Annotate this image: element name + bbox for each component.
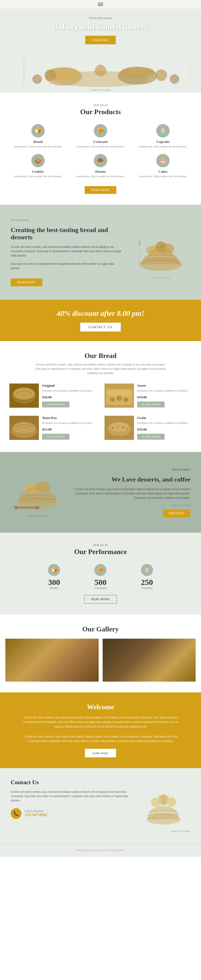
stat-cupcake-number: 250	[141, 578, 153, 586]
bread-img-yeastfree	[9, 416, 39, 440]
contact-us-button[interactable]: CONTACT US	[80, 323, 121, 332]
svg-point-32	[111, 427, 114, 429]
about-text: about company Creating the best-tasting …	[11, 218, 123, 286]
product-name-cupcake: Cupcake	[157, 140, 169, 144]
contact-section: Contact Us Ut enim ad minim veniam, quis…	[0, 768, 201, 843]
love-image-credit: Image from freepik	[27, 515, 47, 517]
bread-desc-sweet: Excepteur sint occaecat cupidatat non pr…	[137, 389, 192, 393]
bread-card-grain: Grain Excepteur sint occaecat cupidatat …	[103, 414, 193, 441]
product-item-croissant: 🥐 Croissant Sample text. Click to select…	[72, 124, 129, 148]
hero-image-credit: Image from freepik	[90, 89, 111, 91]
call-info: Call Us Anytime 124-567-8902	[25, 810, 47, 817]
products-section: what we do Our Products 🍞 Bread Sample t…	[0, 93, 201, 205]
svg-point-7	[32, 75, 42, 84]
product-name-bread: Bread	[33, 140, 43, 144]
discount-banner: 40% discount after 8.00 pm! CONTACT US	[0, 300, 201, 341]
product-desc-bread: Sample text. Click to select the Text El…	[14, 145, 62, 148]
cakes-icon: 🎂	[156, 154, 169, 167]
stat-croissant-number: 500	[94, 578, 106, 586]
about-section: about company Creating the best-tasting …	[0, 205, 201, 300]
stat-cupcake-icon: 🧁	[141, 564, 153, 576]
product-desc-croissant: Sample text. Click to select the Text El…	[76, 145, 125, 148]
bread-btn-original[interactable]: LEARN MORE	[42, 401, 70, 407]
stat-bread-label: Bread	[50, 586, 58, 590]
bread-info-grain: Grain Excepteur sint occaecat cupidatat …	[137, 416, 192, 440]
cookies-icon: 🍪	[32, 154, 45, 167]
svg-point-23	[111, 398, 115, 402]
product-name-cookies: Cookies	[32, 169, 44, 174]
bread-name-sweet: Sweet	[137, 383, 192, 388]
contact-image-credit: Image from freepik	[170, 830, 190, 832]
bread-price-original: $18.00	[42, 395, 97, 399]
bread-grid: Original Excepteur sint occaecat cupidat…	[8, 382, 193, 441]
bread-icon: 🍞	[32, 124, 45, 137]
products-section-title: Our Products	[5, 108, 196, 116]
welcome-body-1: Ut enim ad minim veniam, quis nostrud ex…	[23, 715, 178, 729]
bread-desc-original: Excepteur sint occaecat cupidatat non pr…	[42, 389, 97, 393]
stat-croissant: 🥐 500 Croissant	[80, 564, 121, 590]
about-read-more-button[interactable]: Read More	[11, 278, 42, 286]
bread-card-yeastfree: Yeast-free Excepteur sint occaecat cupid…	[8, 414, 98, 441]
hamburger-menu[interactable]	[98, 3, 103, 6]
about-image-credit: Image from freepik	[150, 276, 171, 279]
bread-name-yeastfree: Yeast-free	[42, 416, 97, 420]
svg-rect-22	[107, 390, 131, 396]
bread-name-grain: Grain	[137, 416, 192, 420]
discount-title: 40% discount after 8.00 pm!	[5, 309, 196, 318]
bread-btn-grain[interactable]: LEARN MORE	[137, 434, 165, 440]
svg-point-40	[14, 506, 18, 509]
hero-section: Homemade recipes Bakery and Confectioner…	[0, 9, 201, 93]
svg-point-35	[127, 428, 128, 430]
svg-point-19	[13, 388, 35, 399]
performance-read-more-button[interactable]: Read More	[84, 595, 117, 604]
svg-point-6	[155, 69, 167, 81]
bread-btn-yeastfree[interactable]: LEARN MORE	[42, 434, 70, 440]
cupcake-icon: 🧁	[156, 124, 169, 137]
svg-point-41	[36, 506, 40, 509]
product-name-croissant: Croissant	[93, 140, 108, 144]
products-read-more-button[interactable]: Read More	[85, 186, 116, 194]
love-body: Ut enim ad minim veniam, quis nostrud ex…	[72, 487, 190, 500]
svg-point-25	[124, 398, 128, 402]
about-body-extra: Duis aute irure dolor in reprehenderit i…	[11, 262, 123, 270]
contact-image: Image from freepik	[137, 779, 190, 832]
about-section-label: about company	[11, 218, 123, 223]
stat-cupcake: 🧁 250 Cupcake	[127, 564, 168, 590]
product-desc-donuts: Sample text. Click to select the Text El…	[76, 175, 125, 178]
welcome-section: Welcome Ut enim ad minim veniam, quis no…	[0, 692, 201, 768]
bread-desc-grain: Excepteur sint occaecat cupidatat non pr…	[137, 422, 192, 425]
bread-card-sweet: Sweet Excepteur sint occaecat cupidatat …	[103, 382, 193, 409]
gallery-section-title: Our Gallery	[5, 625, 196, 633]
menu-bar	[0, 0, 201, 9]
product-item-cakes: 🎂 Cakes Sample text. Click to select the…	[135, 154, 192, 178]
hero-illustration: Image from freepik	[5, 50, 196, 93]
hero-title: Bakery and Confectionery	[5, 22, 196, 32]
welcome-body-2: Ut enim ad minim veniam, quis nostrud ex…	[23, 734, 178, 743]
performance-section-title: Our Performance	[5, 548, 196, 556]
product-desc-cupcake: Sample text. Click to select the Text El…	[139, 145, 187, 148]
contact-basket-svg	[137, 779, 190, 829]
bread-price-grain: $16.00	[137, 427, 192, 431]
svg-point-33	[117, 426, 119, 427]
bread-img-sweet	[104, 383, 134, 408]
croissant-icon: 🥐	[94, 124, 107, 137]
performance-section-label: what we do	[5, 543, 196, 547]
read-me-button[interactable]: READ ME	[85, 36, 116, 44]
footer-text: Sample text. Click to select the Text El…	[5, 849, 196, 852]
contact-body: Ut enim ad minim veniam, quis nostrud ex…	[11, 790, 129, 803]
welcome-title: Welcome	[11, 703, 190, 711]
call-box: 📞 Call Us Anytime 124-567-8902	[11, 808, 129, 819]
bread-price-sweet: $19.00	[137, 395, 192, 399]
svg-point-8	[169, 75, 179, 84]
product-item-donuts: 🍩 Donuts Sample text. Click to select th…	[72, 154, 129, 178]
bread-btn-sweet[interactable]: LEARN MORE	[137, 401, 165, 407]
welcome-read-more-button[interactable]: read more	[85, 749, 116, 757]
footer: Sample text. Click to select the Text El…	[0, 843, 201, 857]
bread-price-yeastfree: $23.00	[42, 427, 97, 431]
products-section-label: what we do	[5, 103, 196, 107]
product-desc-cakes: Sample text. Click to select the Text El…	[139, 175, 187, 178]
bread-info-yeastfree: Yeast-free Excepteur sint occaecat cupid…	[42, 416, 97, 440]
stat-cupcake-label: Cupcake	[141, 586, 153, 590]
about-body: Ut enim ad minim veniam, quis nostrud ex…	[11, 245, 123, 258]
services-button[interactable]: SERVICES	[163, 509, 190, 517]
